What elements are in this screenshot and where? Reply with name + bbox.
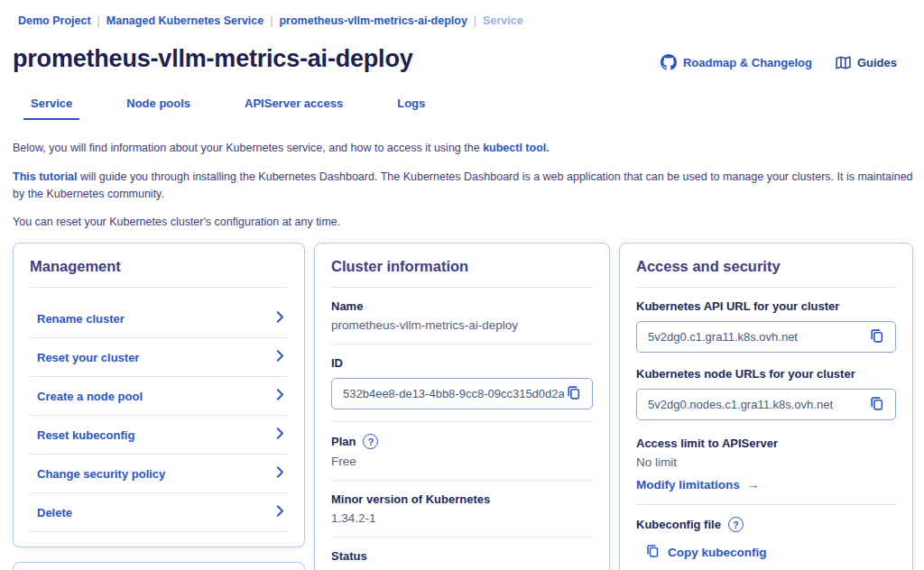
guides-label: Guides [857,56,897,69]
kubectl-tool-link[interactable]: kubectl tool. [483,142,550,154]
divider [636,504,896,505]
cluster-name-value: prometheus-vllm-metrics-ai-deploy [331,318,593,332]
breadcrumb-current-page: Service [483,14,522,27]
copy-icon [869,396,884,414]
node-urls-field: Kubernetes node URLs for your cluster 5v… [636,367,896,420]
cluster-version-label: Minor version of Kubernetes [331,492,593,506]
divider [331,421,593,422]
tab-bar: Service Node pools APIServer access Logs [23,93,913,120]
management-card-title: Management [30,258,288,275]
roadmap-changelog-link[interactable]: Roadmap & Changelog [661,54,812,70]
intro-paragraph-3: You can reset your Kubernetes cluster's … [13,214,913,231]
management-item-label: Create a node pool [37,390,143,403]
breadcrumb-separator: | [270,14,273,27]
management-item-rename-cluster[interactable]: Rename cluster [30,299,288,338]
cluster-plan-field: Plan ? Free [331,434,593,468]
header-links: Roadmap & Changelog Guides [661,54,897,70]
intro-paragraph-2: This tutorial will guide you through ins… [13,169,913,203]
access-limit-value: No limit [636,455,896,469]
divider [331,287,593,288]
cluster-plan-label: Plan [331,435,356,448]
management-item-reset-kubeconfig[interactable]: Reset kubeconfig [30,416,288,455]
cluster-version-value: 1.34.2-1 [331,511,593,525]
tab-apiserver-access[interactable]: APIServer access [237,93,350,120]
cluster-status-label: Status [331,549,593,563]
management-item-label: Reset your cluster [37,351,139,364]
divider [636,287,896,288]
intro-p1-text: Below, you will find information about y… [13,142,483,154]
api-url-value: 5v2dg0.c1.gra11.k8s.ovh.net [648,330,867,344]
chevron-right-icon [276,310,284,326]
copy-kubeconfig-link[interactable]: Copy kubeconfig [645,544,896,561]
intro-p2-text: will guide you through installing the Ku… [13,170,913,200]
modify-limitations-link[interactable]: Modify limitations → [636,478,759,492]
api-url-field: Kubernetes API URL for your cluster 5v2d… [636,299,896,353]
management-item-change-security-policy[interactable]: Change security policy [30,455,288,493]
cluster-id-field: ID 532b4ee8-de13-4bb8-9cc8-09cc315d0d2a [331,356,593,409]
copy-node-urls-button[interactable] [867,394,886,416]
plan-help-icon[interactable]: ? [363,434,378,449]
node-urls-label: Kubernetes node URLs for your cluster [636,367,896,381]
chevron-right-icon [276,388,284,404]
chevron-right-icon [276,349,284,365]
management-item-create-node-pool[interactable]: Create a node pool [30,377,288,416]
management-item-label: Delete [37,506,72,519]
tab-logs[interactable]: Logs [390,93,432,120]
breadcrumb-separator: | [97,14,100,27]
access-security-card-title: Access and security [636,258,896,275]
management-item-label: Change security policy [37,467,165,481]
modify-limitations-label: Modify limitations [636,478,740,492]
breadcrumb-cluster[interactable]: prometheus-vllm-metrics-ai-deploy [279,14,467,27]
copy-icon [645,544,660,561]
cluster-status-field: Status OK [331,549,593,570]
page-header: prometheus-vllm-metrics-ai-deploy Roadma… [13,45,913,73]
cluster-name-label: Name [331,299,593,313]
intro-paragraph-1: Below, you will find information about y… [13,140,913,157]
cluster-version-field: Minor version of Kubernetes 1.34.2-1 [331,492,593,525]
copy-kubeconfig-label: Copy kubeconfig [668,546,767,559]
management-item-label: Rename cluster [37,312,125,326]
cluster-info-card-title: Cluster information [331,258,593,275]
breadcrumb-project[interactable]: Demo Project [18,14,91,27]
network-card: Network [13,562,305,570]
guides-link[interactable]: Guides [836,56,897,69]
cluster-name-field: Name prometheus-vllm-metrics-ai-deploy [331,299,593,332]
api-url-label: Kubernetes API URL for your cluster [636,299,896,313]
tab-service[interactable]: Service [23,93,79,120]
cluster-plan-value: Free [331,455,593,468]
cluster-id-copy-box: 532b4ee8-de13-4bb8-9cc8-09cc315d0d2a [331,378,593,409]
guides-book-icon [836,56,851,69]
node-urls-value: 5v2dg0.nodes.c1.gra11.k8s.ovh.net [648,398,867,411]
cluster-information-card: Cluster information Name prometheus-vllm… [314,243,610,570]
copy-cluster-id-button[interactable] [564,383,583,405]
kubeconfig-label: Kubeconfig file [636,518,721,531]
access-security-card: Access and security Kubernetes API URL f… [619,243,913,570]
management-card: Management Rename cluster Reset your clu… [13,243,305,547]
breadcrumb-service-type[interactable]: Managed Kubernetes Service [106,14,263,27]
access-limit-field: Access limit to APIServer No limit Modif… [636,437,896,492]
roadmap-changelog-label: Roadmap & Changelog [683,56,812,69]
left-column: Management Rename cluster Reset your clu… [13,243,305,570]
copy-icon [566,385,581,403]
copy-icon [869,328,884,346]
kubeconfig-section: Kubeconfig file ? Copy kubeconfig Downlo… [636,517,896,570]
kubeconfig-help-icon[interactable]: ? [728,517,744,532]
chevron-right-icon [276,427,284,443]
cards-grid: Management Rename cluster Reset your clu… [13,243,913,570]
divider [331,344,593,345]
access-limit-label: Access limit to APIServer [636,437,896,450]
management-item-delete[interactable]: Delete [30,493,288,532]
divider [331,537,593,538]
breadcrumb: Demo Project | Managed Kubernetes Servic… [18,14,913,27]
chevron-right-icon [276,465,284,482]
tutorial-link[interactable]: This tutorial [13,170,78,183]
intro-text: Below, you will find information about y… [13,140,913,231]
github-icon [661,54,677,70]
copy-api-url-button[interactable] [867,326,886,348]
cluster-id-value: 532b4ee8-de13-4bb8-9cc8-09cc315d0d2a [343,387,564,400]
divider [331,480,593,481]
api-url-copy-box: 5v2dg0.c1.gra11.k8s.ovh.net [636,321,896,353]
tab-node-pools[interactable]: Node pools [119,93,198,120]
management-item-label: Reset kubeconfig [37,428,134,442]
management-item-reset-cluster[interactable]: Reset your cluster [30,338,288,377]
